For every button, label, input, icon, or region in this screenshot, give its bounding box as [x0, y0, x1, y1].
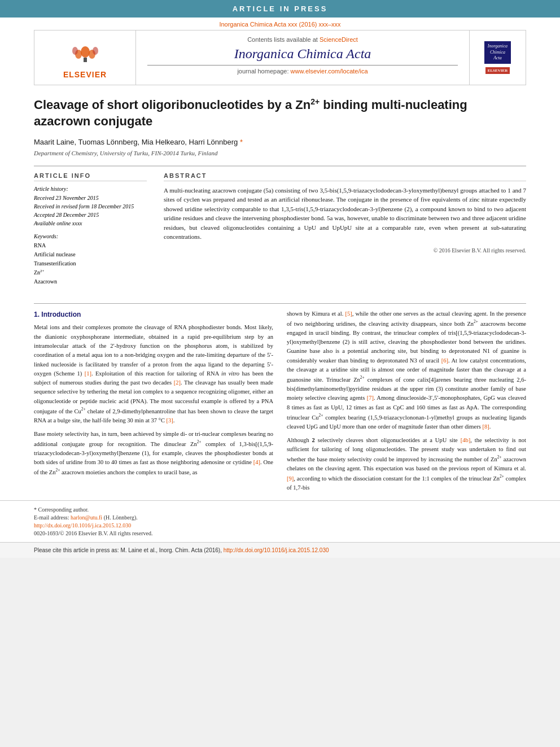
copyright-line: © 2016 Elsevier B.V. All rights reserved… — [164, 247, 526, 254]
article-info-label: ARTICLE INFO — [34, 172, 147, 181]
keyword-zn: Zn2+ — [34, 268, 147, 277]
abstract-section: ABSTRACT A multi-nucleating azacrown con… — [164, 172, 526, 286]
svg-point-4 — [93, 47, 98, 55]
ref-7[interactable]: [7] — [367, 395, 374, 401]
cite-link[interactable]: http://dx.doi.org/10.1016/j.ica.2015.12.… — [224, 547, 329, 553]
keyword-rna: RNA — [34, 241, 147, 250]
elsevier-logo-area: ELSEVIER — [34, 30, 136, 85]
info-abstract-section: ARTICLE INFO Article history: Received 2… — [34, 172, 526, 286]
aip-banner-text: ARTICLE IN PRESS — [233, 5, 328, 13]
svg-point-0 — [81, 46, 90, 58]
intro-para2: Base moiety selectivity has, in turn, be… — [34, 430, 273, 477]
elsevier-text: ELSEVIER — [63, 70, 108, 79]
corresponding-marker: * — [238, 138, 243, 146]
received-date: Received 23 November 2015 — [34, 194, 147, 202]
journal-header-center: Contents lists available at ScienceDirec… — [136, 30, 469, 85]
header-divider — [147, 65, 458, 65]
intro-para1: Metal ions and their complexes promote t… — [34, 323, 273, 425]
homepage-line: journal homepage: www.elsevier.com/locat… — [147, 68, 458, 75]
body-column-right: shown by Kimura et al. [5], while the ot… — [287, 309, 526, 497]
footnote-area: * Corresponding author. E-mail address: … — [0, 500, 560, 536]
doi-line: Inorganica Chimica Acta xxx (2016) xxx–x… — [0, 18, 560, 30]
doi-footnote: http://dx.doi.org/10.1016/j.ica.2015.12.… — [34, 522, 526, 528]
article-history: Article history: Received 23 November 20… — [34, 186, 147, 228]
doi-line-text: Inorganica Chimica Acta xxx (2016) xxx–x… — [219, 21, 340, 28]
elsevier-logo: ELSEVIER — [63, 36, 108, 79]
accepted-date: Accepted 28 December 2015 — [34, 211, 147, 219]
keyword-artificial-nuclease: Artificial nuclease — [34, 250, 147, 259]
issn-footnote: 0020-1693/© 2016 Elsevier B.V. All right… — [34, 530, 526, 536]
doi-link[interactable]: http://dx.doi.org/10.1016/j.ica.2015.12.… — [34, 522, 131, 528]
mini-logo-box: InorganicaChimicaActa — [484, 41, 511, 63]
journal-header: ELSEVIER Contents lists available at Sci… — [34, 30, 526, 85]
elsevier-tree-icon — [68, 42, 102, 64]
ref-9[interactable]: [9] — [287, 475, 294, 482]
affiliation: Department of Chemistry, University of T… — [34, 150, 526, 156]
email-link[interactable]: harlon@utu.fi — [71, 514, 102, 521]
keywords-list: RNA Artificial nuclease Transesterificat… — [34, 241, 147, 286]
ref-6[interactable]: [6] — [441, 357, 448, 364]
svg-rect-5 — [84, 58, 87, 62]
ref-2[interactable]: [2] — [174, 379, 181, 386]
cite-bar: Please cite this article in press as: M.… — [0, 542, 560, 558]
main-divider — [34, 165, 526, 167]
right-para2: Although 2 selectively cleaves short oli… — [287, 436, 526, 493]
available-date: Available online xxxx — [34, 219, 147, 228]
keyword-transesterification: Transesterification — [34, 259, 147, 268]
journal-logo-mini-area: InorganicaChimicaActa ELSEVIER — [469, 30, 526, 85]
abstract-text: A multi-nucleating azacrown conjugate (5… — [164, 186, 526, 242]
right-para1: shown by Kimura et al. [5], while the ot… — [287, 309, 526, 431]
email-footnote: E-mail address: harlon@utu.fi (H. Lönnbe… — [34, 514, 526, 521]
homepage-url[interactable]: www.elsevier.com/locate/ica — [291, 68, 368, 75]
article-page: ARTICLE IN PRESS Inorganica Chimica Acta… — [0, 0, 560, 558]
ref-4b[interactable]: [4b] — [461, 437, 471, 443]
svg-point-3 — [72, 47, 78, 55]
keyword-azacrown: Azacrown — [34, 277, 147, 286]
intro-heading: 1. Introduction — [34, 309, 273, 320]
body-column-left: 1. Introduction Metal ions and their com… — [34, 309, 273, 497]
history-title: Article history: — [34, 186, 147, 192]
science-direct-link[interactable]: ScienceDirect — [320, 36, 358, 43]
article-content: Cleavage of short oligoribonucleotides b… — [0, 85, 560, 298]
authors: Maarit Laine, Tuomas Lönnberg, Mia Helke… — [34, 138, 526, 146]
mini-elsevier-box: ELSEVIER — [485, 67, 510, 74]
ref-8[interactable]: [8] — [482, 423, 489, 430]
ref-3[interactable]: [3] — [167, 417, 173, 423]
revised-date: Received in revised form 18 December 201… — [34, 202, 147, 211]
ref-5[interactable]: [5] — [345, 311, 352, 317]
ref-1[interactable]: [1] — [85, 370, 91, 377]
corresponding-footnote: * Corresponding author. — [34, 506, 526, 513]
contents-line: Contents lists available at ScienceDirec… — [147, 36, 458, 43]
article-info-column: ARTICLE INFO Article history: Received 2… — [34, 172, 147, 286]
article-title: Cleavage of short oligoribonucleotides b… — [34, 97, 526, 130]
journal-logo-mini: InorganicaChimicaActa ELSEVIER — [484, 41, 511, 73]
body-area: 1. Introduction Metal ions and their com… — [0, 303, 560, 497]
abstract-label: ABSTRACT — [164, 172, 526, 181]
ref-4[interactable]: [4] — [253, 459, 260, 465]
body-divider — [34, 303, 526, 304]
aip-banner: ARTICLE IN PRESS — [0, 0, 560, 18]
keywords-label: Keywords: — [34, 233, 147, 239]
journal-title: Inorganica Chimica Acta — [147, 46, 458, 62]
body-columns: 1. Introduction Metal ions and their com… — [34, 309, 526, 497]
